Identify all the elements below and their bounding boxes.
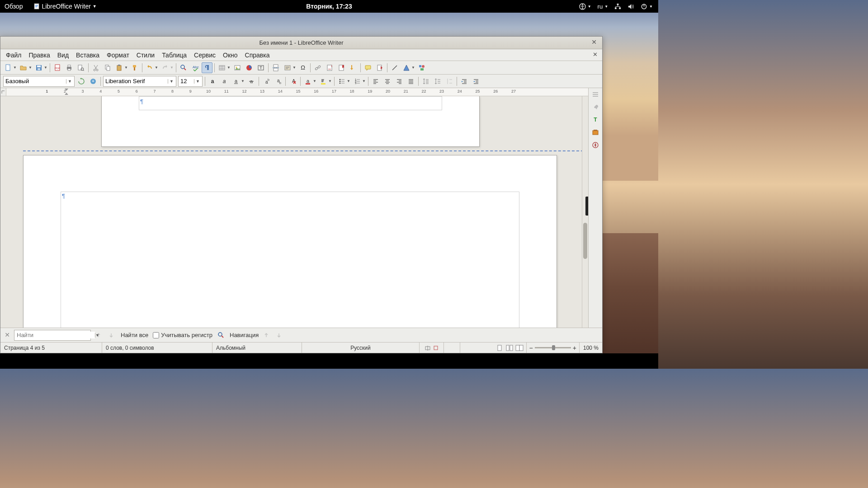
redo-button[interactable] — [160, 62, 170, 73]
paragraph-style-combo[interactable]: Базовый ▼ — [3, 76, 75, 87]
save-button[interactable] — [33, 62, 44, 73]
insert-cross-ref-button[interactable] — [348, 62, 359, 73]
undo-button[interactable] — [144, 62, 155, 73]
superscript-button[interactable]: ab — [261, 76, 272, 87]
zoom-track[interactable] — [535, 347, 571, 348]
zoom-percent[interactable]: 100 % — [580, 345, 602, 351]
power-menu[interactable]: ▼ — [638, 1, 656, 12]
underline-dropdown[interactable]: ▼ — [241, 76, 245, 87]
decrease-indent-button[interactable] — [471, 76, 481, 87]
insert-symbol-button[interactable]: Ω — [297, 62, 308, 73]
chevron-down-icon[interactable]: ▼ — [66, 79, 72, 84]
font-size-combo[interactable]: 12 ▼ — [178, 76, 203, 87]
find-replace-button[interactable] — [178, 62, 189, 73]
new-button[interactable] — [3, 62, 14, 73]
basic-shapes-button[interactable] — [401, 62, 412, 73]
redo-dropdown[interactable]: ▼ — [170, 62, 174, 73]
align-justify-button[interactable] — [406, 76, 416, 87]
insert-line-button[interactable] — [389, 62, 400, 73]
ruler-corner[interactable] — [0, 88, 6, 96]
find-input[interactable]: ▼ — [14, 330, 91, 341]
scrollbar-thumb[interactable] — [583, 223, 587, 259]
horizontal-ruler[interactable]: 1123456789101112131415161718192021222324… — [6, 88, 588, 96]
nav-next-button[interactable] — [274, 330, 284, 340]
align-center-button[interactable] — [382, 76, 393, 87]
open-dropdown[interactable]: ▼ — [28, 62, 32, 73]
show-draw-functions-button[interactable] — [416, 62, 427, 73]
menu-table[interactable]: Таблица — [158, 50, 190, 60]
highlight-button[interactable] — [318, 76, 329, 87]
network-icon[interactable] — [612, 1, 624, 12]
undo-dropdown[interactable]: ▼ — [155, 62, 158, 73]
volume-icon[interactable] — [625, 1, 637, 12]
find-close-button[interactable]: ✕ — [3, 331, 11, 339]
bullet-list-button[interactable] — [336, 76, 347, 87]
clock[interactable]: Вторник, 17:23 — [306, 3, 352, 10]
status-page-style[interactable]: Альбомный — [212, 343, 302, 353]
sidebar-settings-button[interactable] — [590, 89, 601, 100]
sidebar-properties-button[interactable] — [590, 102, 601, 113]
field-dropdown[interactable]: ▼ — [292, 62, 296, 73]
menu-styles[interactable]: Стили — [133, 50, 158, 60]
zoom-slider[interactable]: − + — [527, 343, 580, 353]
gnome-taskbar[interactable] — [0, 353, 658, 369]
document-close-button[interactable]: ✕ — [591, 51, 599, 58]
window-titlebar[interactable]: Без имени 1 - LibreOffice Writer ✕ — [0, 37, 602, 49]
find-other-options-button[interactable] — [216, 330, 226, 341]
sidebar-gallery-button[interactable] — [590, 127, 601, 138]
align-right-button[interactable] — [394, 76, 405, 87]
zoom-in-button[interactable]: + — [573, 344, 576, 352]
font-color-dropdown[interactable]: ▼ — [313, 76, 316, 87]
subscript-button[interactable]: ab — [273, 76, 283, 87]
menu-view[interactable]: Вид — [54, 50, 72, 60]
status-signature[interactable] — [444, 343, 460, 353]
update-style-button[interactable] — [76, 76, 87, 87]
number-list-button[interactable]: 123 — [352, 76, 363, 87]
insert-field-button[interactable] — [282, 62, 293, 73]
align-left-button[interactable] — [370, 76, 381, 87]
sidebar-navigator-button[interactable] — [590, 140, 601, 150]
menu-file[interactable]: Файл — [2, 50, 25, 60]
activities-button[interactable]: Обзор — [0, 1, 27, 12]
match-case-input[interactable] — [153, 332, 159, 338]
new-dropdown[interactable]: ▼ — [13, 62, 17, 73]
insert-comment-button[interactable] — [363, 62, 373, 73]
line-spacing-2-button[interactable] — [444, 76, 455, 87]
menu-window[interactable]: Окно — [219, 50, 241, 60]
export-pdf-button[interactable]: PDF — [52, 62, 63, 73]
insert-bookmark-button[interactable] — [336, 62, 347, 73]
line-spacing-1-button[interactable] — [420, 76, 431, 87]
status-insert-mode[interactable] — [420, 343, 444, 353]
menu-help[interactable]: Справка — [241, 50, 274, 60]
chevron-down-icon[interactable]: ▼ — [168, 79, 174, 84]
find-next-button[interactable] — [106, 330, 116, 340]
accessibility-menu[interactable]: ▼ — [576, 1, 594, 12]
status-page[interactable]: Страница 4 из 5 — [0, 343, 102, 353]
copy-button[interactable] — [102, 62, 113, 73]
find-all-button[interactable]: Найти все — [119, 331, 150, 339]
multi-page-view-button[interactable] — [505, 344, 514, 352]
match-case-checkbox[interactable]: Учитывать регистр — [153, 332, 212, 338]
track-changes-button[interactable] — [374, 62, 385, 73]
font-name-combo[interactable]: Liberation Serif ▼ — [103, 76, 176, 87]
insert-image-button[interactable] — [232, 62, 243, 73]
status-word-count[interactable]: 0 слов, 0 символов — [102, 343, 212, 353]
zoom-out-button[interactable]: − — [529, 344, 533, 352]
indent-marker[interactable] — [64, 88, 69, 95]
menu-format[interactable]: Формат — [103, 50, 133, 60]
nav-prev-button[interactable] — [261, 330, 271, 340]
status-language[interactable]: Русский — [302, 343, 420, 353]
insert-footnote-button[interactable]: 1 — [324, 62, 335, 73]
line-spacing-15-button[interactable] — [432, 76, 443, 87]
print-button[interactable] — [64, 62, 75, 73]
chevron-down-icon[interactable]: ▼ — [194, 79, 200, 84]
open-button[interactable] — [18, 62, 29, 73]
save-dropdown[interactable]: ▼ — [44, 62, 47, 73]
cut-button[interactable] — [90, 62, 101, 73]
page-previous[interactable]: ¶ — [101, 96, 480, 147]
increase-indent-button[interactable] — [459, 76, 470, 87]
keyboard-layout[interactable]: ru▼ — [595, 1, 611, 12]
insert-page-break-button[interactable] — [270, 62, 281, 73]
book-view-button[interactable] — [514, 344, 524, 352]
menu-edit[interactable]: Правка — [25, 50, 53, 60]
